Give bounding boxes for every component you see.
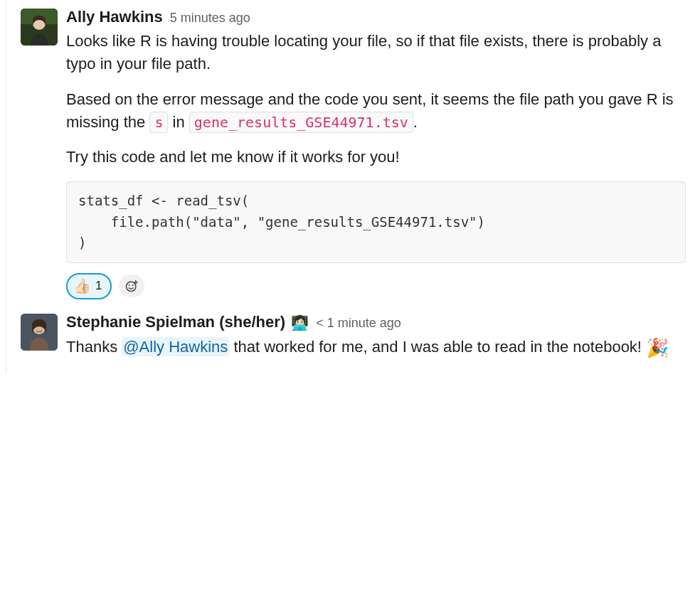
paragraph: Looks like R is having trouble locating … [66,30,686,75]
author-name[interactable]: Stephanie Spielman (she/her) 👩🏻‍💻 [66,311,309,334]
message-text: Thanks @Ally Hawkins that worked for me,… [66,335,686,362]
message: Stephanie Spielman (she/her) 👩🏻‍💻 < 1 mi… [6,305,700,373]
paragraph: Based on the error message and the code … [66,88,686,134]
text: . [413,113,418,131]
add-emoji-icon [124,279,139,293]
message-header: Stephanie Spielman (she/her) 👩🏻‍💻 < 1 mi… [66,311,686,334]
reaction-count: 1 [95,277,102,295]
thumbs-up-icon: 👍🏻 [73,276,91,297]
author-status-emoji-icon: 👩🏻‍💻 [291,315,309,331]
inline-code: s [149,112,168,133]
add-reaction-button[interactable] [119,275,144,297]
paragraph: Try this code and let me know if it work… [66,146,686,169]
avatar-image-icon [21,314,58,351]
user-mention[interactable]: @Ally Hawkins [122,337,229,356]
text: in [168,113,189,131]
avatar-image-icon [21,9,58,46]
message: Ally Hawkins 5 minutes ago Looks like R … [6,0,700,305]
inline-code: gene_results_GSE44971.tsv [189,112,413,133]
reactions-bar: 👍🏻 1 [66,273,686,299]
svg-point-4 [129,284,130,286]
message-timestamp[interactable]: 5 minutes ago [170,9,250,27]
svg-point-5 [132,284,134,286]
author-text: Stephanie Spielman (she/her) [66,313,285,331]
author-name[interactable]: Ally Hawkins [66,6,163,28]
party-popper-icon: 🎉 [646,337,669,358]
svg-point-3 [127,282,136,291]
avatar[interactable] [21,314,58,351]
message-body: Ally Hawkins 5 minutes ago Looks like R … [66,6,686,299]
text: Thanks [66,338,122,356]
message-header: Ally Hawkins 5 minutes ago [66,6,686,28]
message-timestamp[interactable]: < 1 minute ago [316,314,401,332]
code-block: stats_df <- read_tsv( file.path("data", … [66,181,686,262]
text: that worked for me, and I was able to re… [229,338,646,356]
message-text: Looks like R is having trouble locating … [66,30,686,299]
message-body: Stephanie Spielman (she/her) 👩🏻‍💻 < 1 mi… [66,311,686,368]
reaction-thumbs-up[interactable]: 👍🏻 1 [66,273,112,299]
paragraph: Thanks @Ally Hawkins that worked for me,… [66,335,686,362]
avatar[interactable] [21,9,58,46]
